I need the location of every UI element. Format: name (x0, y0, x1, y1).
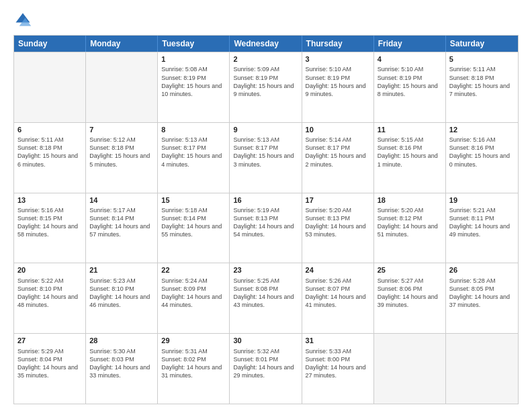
day-cell-24: 24Sunrise: 5:26 AM Sunset: 8:07 PM Dayli… (302, 263, 374, 333)
day-number-23: 23 (233, 265, 298, 275)
calendar-body: 1Sunrise: 5:08 AM Sunset: 8:19 PM Daylig… (14, 52, 518, 404)
day-info-17: Sunrise: 5:20 AM Sunset: 8:13 PM Dayligh… (306, 206, 370, 239)
day-number-21: 21 (89, 265, 154, 275)
day-cell-18: 18Sunrise: 5:20 AM Sunset: 8:12 PM Dayli… (374, 193, 446, 263)
day-number-25: 25 (378, 265, 442, 275)
week-row-3: 13Sunrise: 5:16 AM Sunset: 8:15 PM Dayli… (14, 193, 518, 263)
day-info-4: Sunrise: 5:10 AM Sunset: 8:19 PM Dayligh… (378, 65, 442, 98)
day-cell-21: 21Sunrise: 5:23 AM Sunset: 8:10 PM Dayli… (86, 263, 158, 333)
week-row-2: 6Sunrise: 5:11 AM Sunset: 8:18 PM Daylig… (14, 122, 518, 193)
day-number-27: 27 (17, 336, 82, 346)
day-number-17: 17 (306, 195, 370, 205)
day-number-15: 15 (161, 195, 226, 205)
day-cell-8: 8Sunrise: 5:13 AM Sunset: 8:17 PM Daylig… (158, 123, 230, 193)
day-number-28: 28 (89, 336, 154, 346)
day-info-26: Sunrise: 5:28 AM Sunset: 8:05 PM Dayligh… (449, 277, 515, 310)
day-info-27: Sunrise: 5:29 AM Sunset: 8:04 PM Dayligh… (17, 347, 82, 380)
day-cell-17: 17Sunrise: 5:20 AM Sunset: 8:13 PM Dayli… (302, 193, 374, 263)
day-number-4: 4 (378, 54, 442, 64)
day-cell-4: 4Sunrise: 5:10 AM Sunset: 8:19 PM Daylig… (374, 52, 446, 122)
day-info-1: Sunrise: 5:08 AM Sunset: 8:19 PM Dayligh… (161, 65, 226, 98)
day-cell-3: 3Sunrise: 5:10 AM Sunset: 8:19 PM Daylig… (302, 52, 374, 122)
day-number-5: 5 (449, 54, 515, 64)
day-info-9: Sunrise: 5:13 AM Sunset: 8:17 PM Dayligh… (233, 136, 298, 169)
header-day-sunday: Sunday (14, 36, 86, 52)
day-number-6: 6 (17, 125, 82, 135)
day-number-19: 19 (449, 195, 515, 205)
empty-cell-4-6 (446, 334, 518, 404)
day-cell-15: 15Sunrise: 5:18 AM Sunset: 8:14 PM Dayli… (158, 193, 230, 263)
day-number-2: 2 (233, 54, 298, 64)
week-row-5: 27Sunrise: 5:29 AM Sunset: 8:04 PM Dayli… (14, 333, 518, 404)
day-cell-22: 22Sunrise: 5:24 AM Sunset: 8:09 PM Dayli… (158, 263, 230, 333)
day-info-7: Sunrise: 5:12 AM Sunset: 8:18 PM Dayligh… (89, 136, 154, 169)
day-number-24: 24 (306, 265, 370, 275)
day-cell-6: 6Sunrise: 5:11 AM Sunset: 8:18 PM Daylig… (14, 123, 86, 193)
day-number-9: 9 (233, 125, 298, 135)
day-info-21: Sunrise: 5:23 AM Sunset: 8:10 PM Dayligh… (89, 277, 154, 310)
day-number-16: 16 (233, 195, 298, 205)
day-number-7: 7 (89, 125, 154, 135)
day-cell-7: 7Sunrise: 5:12 AM Sunset: 8:18 PM Daylig… (86, 123, 158, 193)
day-info-8: Sunrise: 5:13 AM Sunset: 8:17 PM Dayligh… (161, 136, 226, 169)
calendar: SundayMondayTuesdayWednesdayThursdayFrid… (13, 35, 519, 404)
day-info-13: Sunrise: 5:16 AM Sunset: 8:15 PM Dayligh… (17, 206, 82, 239)
day-info-15: Sunrise: 5:18 AM Sunset: 8:14 PM Dayligh… (161, 206, 226, 239)
day-cell-25: 25Sunrise: 5:27 AM Sunset: 8:06 PM Dayli… (374, 263, 446, 333)
day-cell-19: 19Sunrise: 5:21 AM Sunset: 8:11 PM Dayli… (446, 193, 518, 263)
day-number-8: 8 (161, 125, 226, 135)
day-number-20: 20 (17, 265, 82, 275)
day-info-28: Sunrise: 5:30 AM Sunset: 8:03 PM Dayligh… (89, 347, 154, 380)
header-day-monday: Monday (86, 36, 158, 52)
day-number-1: 1 (161, 54, 226, 64)
day-number-30: 30 (233, 336, 298, 346)
calendar-header: SundayMondayTuesdayWednesdayThursdayFrid… (14, 36, 518, 52)
day-info-29: Sunrise: 5:31 AM Sunset: 8:02 PM Dayligh… (161, 347, 226, 380)
week-row-1: 1Sunrise: 5:08 AM Sunset: 8:19 PM Daylig… (14, 52, 518, 122)
day-cell-31: 31Sunrise: 5:33 AM Sunset: 8:00 PM Dayli… (302, 334, 374, 404)
day-info-14: Sunrise: 5:17 AM Sunset: 8:14 PM Dayligh… (89, 206, 154, 239)
day-info-6: Sunrise: 5:11 AM Sunset: 8:18 PM Dayligh… (17, 136, 82, 169)
day-info-22: Sunrise: 5:24 AM Sunset: 8:09 PM Dayligh… (161, 277, 226, 310)
day-info-30: Sunrise: 5:32 AM Sunset: 8:01 PM Dayligh… (233, 347, 298, 380)
header-day-saturday: Saturday (446, 36, 518, 52)
day-cell-10: 10Sunrise: 5:14 AM Sunset: 8:17 PM Dayli… (302, 123, 374, 193)
day-info-10: Sunrise: 5:14 AM Sunset: 8:17 PM Dayligh… (306, 136, 370, 169)
day-cell-11: 11Sunrise: 5:15 AM Sunset: 8:16 PM Dayli… (374, 123, 446, 193)
header-day-thursday: Thursday (302, 36, 374, 52)
day-info-5: Sunrise: 5:11 AM Sunset: 8:18 PM Dayligh… (449, 65, 515, 98)
day-number-12: 12 (449, 125, 515, 135)
day-number-3: 3 (306, 54, 370, 64)
header-day-wednesday: Wednesday (230, 36, 302, 52)
day-cell-13: 13Sunrise: 5:16 AM Sunset: 8:15 PM Dayli… (14, 193, 86, 263)
day-info-16: Sunrise: 5:19 AM Sunset: 8:13 PM Dayligh… (233, 206, 298, 239)
day-cell-12: 12Sunrise: 5:16 AM Sunset: 8:16 PM Dayli… (446, 123, 518, 193)
empty-cell-0-0 (14, 52, 86, 122)
day-info-20: Sunrise: 5:22 AM Sunset: 8:10 PM Dayligh… (17, 277, 82, 310)
day-number-18: 18 (378, 195, 442, 205)
day-cell-29: 29Sunrise: 5:31 AM Sunset: 8:02 PM Dayli… (158, 334, 230, 404)
header-day-friday: Friday (374, 36, 446, 52)
day-cell-16: 16Sunrise: 5:19 AM Sunset: 8:13 PM Dayli… (230, 193, 302, 263)
day-info-11: Sunrise: 5:15 AM Sunset: 8:16 PM Dayligh… (378, 136, 442, 169)
day-cell-5: 5Sunrise: 5:11 AM Sunset: 8:18 PM Daylig… (446, 52, 518, 122)
header (13, 11, 519, 30)
empty-cell-0-1 (86, 52, 158, 122)
day-cell-28: 28Sunrise: 5:30 AM Sunset: 8:03 PM Dayli… (86, 334, 158, 404)
empty-cell-4-5 (374, 334, 446, 404)
day-info-2: Sunrise: 5:09 AM Sunset: 8:19 PM Dayligh… (233, 65, 298, 98)
page: SundayMondayTuesdayWednesdayThursdayFrid… (0, 0, 532, 411)
day-number-29: 29 (161, 336, 226, 346)
week-row-4: 20Sunrise: 5:22 AM Sunset: 8:10 PM Dayli… (14, 263, 518, 333)
day-cell-30: 30Sunrise: 5:32 AM Sunset: 8:01 PM Dayli… (230, 334, 302, 404)
day-info-25: Sunrise: 5:27 AM Sunset: 8:06 PM Dayligh… (378, 277, 442, 310)
day-info-18: Sunrise: 5:20 AM Sunset: 8:12 PM Dayligh… (378, 206, 442, 239)
header-day-tuesday: Tuesday (158, 36, 230, 52)
day-cell-26: 26Sunrise: 5:28 AM Sunset: 8:05 PM Dayli… (446, 263, 518, 333)
day-number-14: 14 (89, 195, 154, 205)
day-cell-2: 2Sunrise: 5:09 AM Sunset: 8:19 PM Daylig… (230, 52, 302, 122)
day-info-3: Sunrise: 5:10 AM Sunset: 8:19 PM Dayligh… (306, 65, 370, 98)
day-number-13: 13 (17, 195, 82, 205)
day-cell-1: 1Sunrise: 5:08 AM Sunset: 8:19 PM Daylig… (158, 52, 230, 122)
day-info-31: Sunrise: 5:33 AM Sunset: 8:00 PM Dayligh… (306, 347, 370, 380)
